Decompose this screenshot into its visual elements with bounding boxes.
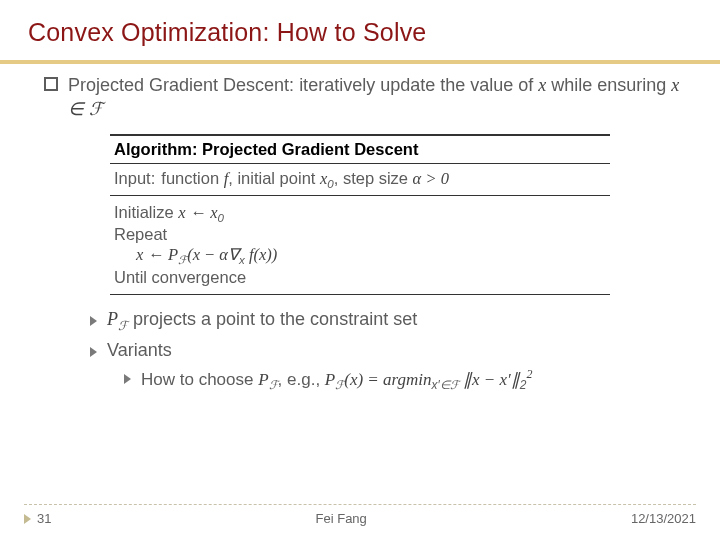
- algo-step-paren: (x − α∇: [187, 245, 239, 264]
- howchoose-norm: ∥x − x′∥: [459, 370, 520, 389]
- algo-word-function: function: [161, 169, 223, 187]
- footer-left: 31: [24, 511, 51, 526]
- algo-until: Until convergence: [114, 268, 606, 287]
- howchoose-eg: , e.g.,: [278, 370, 325, 389]
- proj-rest: projects a point to the constraint set: [128, 309, 417, 329]
- algo-body: Initialize x ← x0 Repeat x ← Pℱ(x − α∇x …: [110, 196, 610, 296]
- howchoose-argmin: (x) = argmin: [344, 370, 431, 389]
- page-triangle-icon: [24, 514, 31, 524]
- algo-init-expr: x ← x: [178, 203, 217, 222]
- algo-step-tail: f(x)): [245, 245, 278, 264]
- page-number: 31: [37, 511, 51, 526]
- content-area: Projected Gradient Descent: iteratively …: [28, 73, 692, 393]
- algo-title: Algorithm: Projected Gradient Descent: [114, 140, 418, 158]
- howchoose-P: P: [258, 370, 268, 389]
- howchoose-PF2: ℱ: [335, 378, 344, 392]
- algorithm-block: Algorithm: Projected Gradient Descent In…: [110, 134, 610, 296]
- algo-c2: , step size: [334, 169, 413, 187]
- algo-input-label: Input:: [114, 169, 155, 190]
- bullet-rest: iteratively update the value of: [299, 75, 538, 95]
- howchoose-norm-sup: 2: [526, 367, 532, 381]
- algo-init-word: Initialize: [114, 203, 178, 221]
- howchoose-P2: P: [325, 370, 335, 389]
- sub-bullet-variants: Variants: [90, 340, 684, 361]
- algo-c1: , initial point: [228, 169, 320, 187]
- algo-header-row: Algorithm: Projected Gradient Descent: [110, 134, 610, 164]
- main-bullet: Projected Gradient Descent: iteratively …: [44, 73, 684, 122]
- algo-init-sub: 0: [218, 212, 224, 224]
- footer: 31 Fei Fang 12/13/2021: [24, 504, 696, 526]
- howchoose-text: How to choose Pℱ, e.g., Pℱ(x) = argminx′…: [141, 367, 532, 393]
- sub-bullets: Pℱ projects a point to the constraint se…: [44, 309, 684, 393]
- algo-alpha: α > 0: [413, 169, 449, 188]
- footer-center: Fei Fang: [316, 511, 367, 526]
- divider-gold: [0, 60, 720, 64]
- algo-step: x ← Pℱ(x − α∇x f(x)): [114, 245, 606, 267]
- triangle-bullet-icon: [124, 374, 131, 384]
- algo-step-sub: ℱ: [178, 254, 187, 266]
- howchoose-argmin-sub: x′∈ℱ: [432, 378, 459, 392]
- sub-bullet-projection: Pℱ projects a point to the constraint se…: [90, 309, 684, 334]
- howchoose-PF: ℱ: [269, 378, 278, 392]
- set-F: ℱ: [89, 99, 103, 119]
- triangle-bullet-icon: [90, 316, 97, 326]
- proj-P: P: [107, 309, 118, 329]
- algo-input-text: function f, initial point x0, step size …: [161, 169, 449, 190]
- proj-F: ℱ: [118, 319, 128, 333]
- triangle-bullet-icon: [90, 347, 97, 357]
- algo-step-lhs: x ← P: [136, 245, 178, 264]
- sub-projection-text: Pℱ projects a point to the constraint se…: [107, 309, 417, 334]
- footer-date: 12/13/2021: [631, 511, 696, 526]
- bullet-while: while ensuring: [546, 75, 671, 95]
- main-bullet-text: Projected Gradient Descent: iteratively …: [68, 73, 684, 122]
- square-bullet-icon: [44, 77, 58, 91]
- algo-input-row: Input: function f, initial point x0, ste…: [110, 164, 610, 196]
- algo-repeat: Repeat: [114, 225, 606, 244]
- variants-label: Variants: [107, 340, 172, 361]
- howchoose-lead: How to choose: [141, 370, 258, 389]
- bullet-lead: Projected Gradient Descent:: [68, 75, 299, 95]
- algo-init: Initialize x ← x0: [114, 203, 606, 224]
- slide-title: Convex Optimization: How to Solve: [28, 18, 692, 47]
- sub-sub-howchoose: How to choose Pℱ, e.g., Pℱ(x) = argminx′…: [90, 367, 684, 393]
